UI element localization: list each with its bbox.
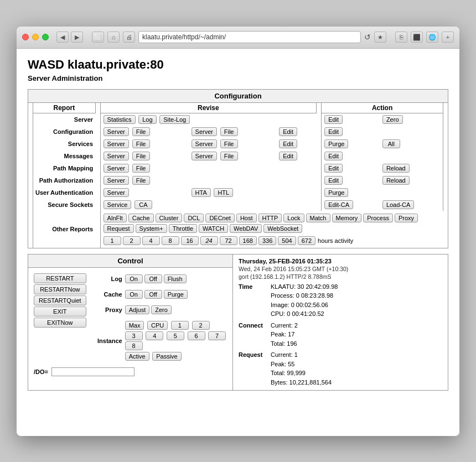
memory-btn[interactable]: Memory	[332, 214, 362, 222]
file-btn2[interactable]: File	[220, 127, 238, 136]
purge-btn[interactable]: Purge	[324, 139, 348, 148]
log-off-btn[interactable]: Off	[144, 274, 162, 283]
hour-8-btn[interactable]: 8	[162, 236, 179, 245]
hour-336-btn[interactable]: 336	[258, 236, 276, 245]
hour-72-btn[interactable]: 72	[220, 236, 237, 245]
extensions-button[interactable]: 🌐	[426, 32, 438, 43]
http-btn[interactable]: HTTP	[258, 214, 282, 222]
purge-btn2[interactable]: Purge	[324, 188, 348, 197]
reload-btn[interactable]: Reload	[382, 164, 410, 173]
alnflt-btn[interactable]: AlnFlt	[104, 214, 127, 222]
request-btn[interactable]: Request	[104, 224, 134, 233]
passive-btn[interactable]: Passive	[152, 352, 182, 361]
share-button[interactable]: ⎘	[395, 32, 407, 43]
print-icon-button[interactable]: 🖨	[123, 32, 135, 43]
cache-on-btn[interactable]: On	[125, 290, 143, 299]
server-btn5[interactable]: Server	[104, 152, 129, 160]
doc-input[interactable]	[51, 367, 134, 376]
instance-1-btn[interactable]: 1	[171, 321, 189, 330]
system-btn[interactable]: System+	[136, 224, 167, 233]
instance-3-btn[interactable]: 3	[125, 331, 143, 340]
statistics-button[interactable]: Statistics	[104, 115, 136, 124]
file-btn3[interactable]: File	[132, 139, 150, 148]
server-btn9[interactable]: Server	[104, 188, 129, 197]
load-ca-btn[interactable]: Load-CA	[382, 200, 414, 209]
active-btn[interactable]: Active	[125, 352, 149, 361]
log-on-btn[interactable]: On	[125, 274, 143, 283]
cache-btn[interactable]: Cache	[128, 214, 154, 222]
server-btn2[interactable]: Server	[192, 127, 217, 136]
site-log-button[interactable]: Site-Log	[159, 115, 190, 124]
hour-168-btn[interactable]: 168	[239, 236, 257, 245]
home-icon-button[interactable]: ⌂	[107, 32, 120, 43]
proxy-report-btn[interactable]: Proxy	[395, 214, 418, 222]
htl-btn[interactable]: HTL	[214, 188, 233, 197]
hour-1-btn[interactable]: 1	[104, 236, 121, 245]
throttle-btn[interactable]: Throttle	[169, 224, 197, 233]
file-btn4[interactable]: File	[220, 139, 238, 148]
process-btn[interactable]: Process	[363, 214, 393, 222]
instance-6-btn[interactable]: 6	[188, 331, 205, 340]
back-button[interactable]: ◀	[56, 32, 69, 43]
file-btn7[interactable]: File	[132, 164, 150, 173]
edit-btn2[interactable]: Edit	[279, 127, 297, 136]
decnet-btn[interactable]: DECnet	[205, 214, 235, 222]
address-bar[interactable]: klaatu.private/httpd/~/admin/	[138, 31, 361, 43]
hour-4-btn[interactable]: 4	[142, 236, 160, 245]
restartnow-button[interactable]: RESTARTNow	[34, 284, 86, 294]
file-btn[interactable]: File	[132, 127, 150, 136]
hta-btn[interactable]: HTA	[192, 188, 211, 197]
ca-btn[interactable]: CA	[134, 200, 152, 209]
edit-btn3[interactable]: Edit	[324, 127, 343, 136]
server-btn[interactable]: Server	[104, 127, 129, 136]
instance-4-btn[interactable]: 4	[146, 331, 163, 340]
zero-button[interactable]: Zero	[382, 115, 403, 124]
server-btn3[interactable]: Server	[104, 139, 129, 148]
proxy-adjust-btn[interactable]: Adjust	[125, 305, 150, 314]
instance-cpu-btn[interactable]: CPU	[147, 321, 168, 330]
instance-5-btn[interactable]: 5	[167, 331, 184, 340]
edit-btn6[interactable]: Edit	[324, 152, 343, 160]
all-btn[interactable]: All	[382, 139, 400, 148]
cache-purge-btn[interactable]: Purge	[164, 290, 188, 299]
dcl-btn[interactable]: DCL	[184, 214, 204, 222]
refresh-button[interactable]: ↺	[364, 33, 371, 41]
server-btn4[interactable]: Server	[192, 139, 217, 148]
restartquiet-button[interactable]: RESTARTQuiet	[34, 295, 86, 305]
exit-button[interactable]: EXIT	[34, 307, 86, 316]
file-btn5[interactable]: File	[132, 152, 150, 160]
hour-504-btn[interactable]: 504	[278, 236, 296, 245]
star-button[interactable]: ★	[374, 32, 386, 43]
restart-button[interactable]: RESTART	[34, 273, 86, 283]
forward-button[interactable]: ▶	[71, 32, 83, 43]
edit-btn5[interactable]: Edit	[279, 152, 297, 160]
edit-ca-btn[interactable]: Edit-CA	[324, 200, 353, 209]
log-flush-btn[interactable]: Flush	[164, 274, 187, 283]
cache-off-btn[interactable]: Off	[144, 290, 162, 299]
minimize-button[interactable]	[32, 34, 39, 40]
hour-16-btn[interactable]: 16	[181, 236, 199, 245]
websocket-btn[interactable]: WebSocket	[263, 224, 302, 233]
webdav-btn[interactable]: WebDAV	[230, 224, 262, 233]
edit-btn7[interactable]: Edit	[324, 164, 343, 173]
hour-24-btn[interactable]: 24	[200, 236, 218, 245]
close-button[interactable]	[22, 34, 29, 40]
log-button[interactable]: Log	[138, 115, 156, 124]
hour-2-btn[interactable]: 2	[123, 236, 141, 245]
match-btn[interactable]: Match	[306, 214, 330, 222]
host-btn[interactable]: Host	[236, 214, 257, 222]
server-btn6[interactable]: Server	[192, 152, 217, 160]
watch-btn[interactable]: WATCH	[199, 224, 228, 233]
edit-btn8[interactable]: Edit	[324, 176, 343, 185]
cluster-btn[interactable]: Cluster	[156, 214, 183, 222]
hour-672-btn[interactable]: 672	[298, 236, 315, 245]
edit-btn4[interactable]: Edit	[279, 139, 297, 148]
proxy-zero-btn[interactable]: Zero	[151, 305, 172, 314]
service-btn[interactable]: Service	[104, 200, 132, 209]
edit-button[interactable]: Edit	[324, 115, 343, 124]
tabs-button[interactable]: ⬛	[411, 32, 423, 43]
add-tab-button[interactable]: +	[442, 32, 454, 43]
reload-btn2[interactable]: Reload	[382, 176, 410, 185]
instance-2-btn[interactable]: 2	[192, 321, 210, 330]
file-btn8[interactable]: File	[132, 176, 150, 185]
